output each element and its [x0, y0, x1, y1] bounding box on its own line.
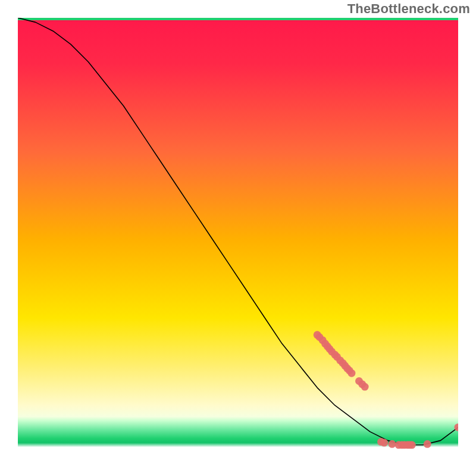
chart-stage: TheBottleneck.com — [0, 0, 476, 476]
plot-area — [18, 18, 458, 458]
data-point — [361, 383, 369, 391]
data-point — [347, 369, 355, 377]
data-point — [380, 439, 388, 447]
gradient-body — [18, 20, 458, 458]
watermark: TheBottleneck.com — [347, 1, 470, 17]
data-point — [408, 441, 416, 449]
data-point — [424, 440, 431, 448]
data-point — [389, 440, 396, 448]
top-green-band — [18, 18, 458, 20]
